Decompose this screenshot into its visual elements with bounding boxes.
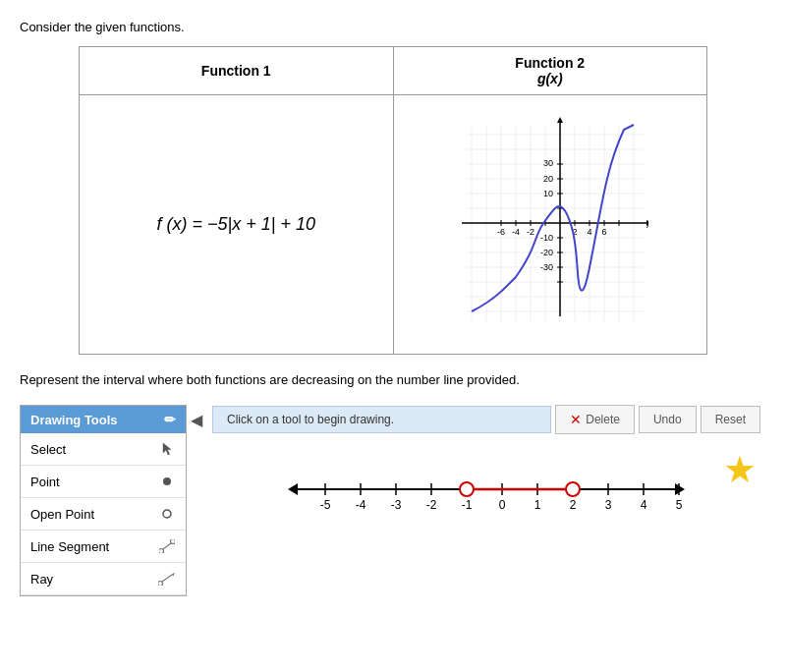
svg-text:-6: -6 <box>497 227 505 237</box>
tools-area: Drawing Tools ✏ Select Point Open Point <box>20 405 766 596</box>
svg-text:-4: -4 <box>356 498 366 512</box>
function1-cell: f (x) = −5|x + 1| + 10 <box>80 95 394 355</box>
functions-table: Function 1 Function 2 g(x) f (x) = −5|x … <box>79 46 707 355</box>
collapse-arrow[interactable]: ◀ <box>187 405 206 429</box>
right-content-area: Click on a tool to begin drawing. ✕ Dele… <box>206 405 766 536</box>
select-tool-label: Select <box>30 442 66 457</box>
svg-point-60 <box>159 549 164 554</box>
svg-text:5: 5 <box>676 498 683 512</box>
svg-text:6: 6 <box>601 227 606 237</box>
open-circle-icon <box>158 505 176 523</box>
svg-marker-65 <box>172 573 175 577</box>
function1-header: Function 1 <box>80 47 394 95</box>
point-tool-label: Point <box>30 475 60 489</box>
svg-line-61 <box>163 543 171 549</box>
number-line-area: -5 -4 -3 -2 -1 0 1 2 3 4 <box>206 458 766 536</box>
svg-text:3: 3 <box>605 498 612 512</box>
function2-cell: -6 -4 -2 2 4 6 x 30 20 10 -10 -20 -30 <box>393 95 707 355</box>
svg-text:-2: -2 <box>426 498 437 512</box>
svg-text:30: 30 <box>543 158 553 168</box>
star-icon: ★ <box>723 448 757 491</box>
ray-icon <box>158 570 176 588</box>
formula-display: f (x) = −5|x + 1| + 10 <box>157 214 315 234</box>
svg-text:10: 10 <box>543 189 553 198</box>
line-segment-tool[interactable]: Line Segment <box>21 531 186 563</box>
drawing-tools-panel: Drawing Tools ✏ Select Point Open Point <box>20 405 187 596</box>
graph-svg: -6 -4 -2 2 4 6 x 30 20 10 -10 -20 -30 <box>452 115 648 331</box>
ray-tool-label: Ray <box>30 572 53 587</box>
cursor-icon <box>158 440 176 458</box>
svg-text:-3: -3 <box>391 498 402 512</box>
svg-text:-1: -1 <box>462 498 473 512</box>
svg-text:-4: -4 <box>512 227 520 237</box>
toolbar-row: Click on a tool to begin drawing. ✕ Dele… <box>206 405 766 434</box>
intro-text: Consider the given functions. <box>20 20 766 34</box>
line-segment-tool-label: Line Segment <box>30 539 109 554</box>
svg-point-62 <box>171 539 176 544</box>
delete-x-icon: ✕ <box>570 412 582 427</box>
open-point-tool-label: Open Point <box>30 507 94 522</box>
svg-line-64 <box>162 575 172 582</box>
svg-marker-28 <box>557 117 563 123</box>
svg-text:2: 2 <box>570 498 577 512</box>
svg-text:-5: -5 <box>320 498 331 512</box>
svg-text:-20: -20 <box>540 248 553 257</box>
svg-text:1: 1 <box>534 498 541 512</box>
open-circle-right <box>566 482 580 496</box>
svg-text:-2: -2 <box>527 227 534 237</box>
right-arrow <box>675 483 685 495</box>
select-tool[interactable]: Select <box>21 433 186 466</box>
segment-icon <box>158 537 176 555</box>
svg-text:0: 0 <box>499 498 506 512</box>
svg-text:4: 4 <box>587 227 591 237</box>
represent-text: Represent the interval where both functi… <box>20 372 766 387</box>
reset-button[interactable]: Reset <box>701 406 760 433</box>
number-line-svg: -5 -4 -3 -2 -1 0 1 2 3 4 <box>270 468 702 527</box>
open-circle-left <box>460 482 474 496</box>
svg-text:-10: -10 <box>540 233 553 243</box>
svg-text:-30: -30 <box>540 262 553 272</box>
svg-text:x: x <box>646 220 648 230</box>
pencil-icon: ✏ <box>164 412 176 427</box>
open-point-tool[interactable]: Open Point <box>21 498 186 531</box>
drawing-tools-header: Drawing Tools ✏ <box>21 406 186 433</box>
svg-text:20: 20 <box>543 174 553 184</box>
click-hint: Click on a tool to begin drawing. <box>212 406 551 433</box>
svg-point-58 <box>163 477 171 485</box>
svg-text:4: 4 <box>641 498 647 512</box>
function2-header: Function 2 g(x) <box>393 47 707 95</box>
dot-icon <box>158 473 176 490</box>
svg-point-59 <box>163 510 171 518</box>
drawing-tools-title: Drawing Tools <box>30 413 118 427</box>
ray-tool[interactable]: Ray <box>21 563 186 595</box>
svg-point-63 <box>158 582 163 587</box>
undo-button[interactable]: Undo <box>639 406 697 433</box>
delete-button[interactable]: ✕ Delete <box>555 405 635 434</box>
point-tool[interactable]: Point <box>21 466 186 498</box>
